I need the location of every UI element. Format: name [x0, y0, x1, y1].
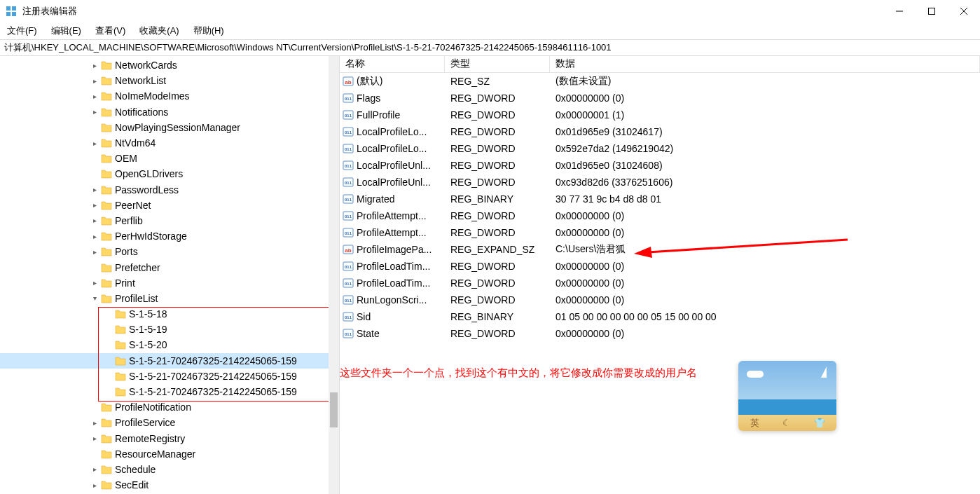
menu-view[interactable]: 查看(V)	[92, 23, 128, 39]
value-row[interactable]: 011SidREG_BINARY01 05 00 00 00 00 00 05 …	[340, 308, 980, 325]
value-row[interactable]: 011ProfileLoadTim...REG_DWORD0x00000000 …	[340, 258, 980, 275]
tree-item[interactable]: ▸Notifications	[0, 104, 339, 120]
expander-icon[interactable]: ▸	[90, 233, 99, 240]
tree-item[interactable]: S-1-5-18	[0, 306, 339, 322]
tree-item[interactable]: ResourceManager	[0, 446, 339, 462]
ime-indicator[interactable]: 英☾👕	[738, 361, 836, 431]
svg-text:011: 011	[345, 147, 352, 151]
values-pane[interactable]: 名称 类型 数据 ab(默认)REG_SZ(数值未设置)011FlagsREG_…	[340, 56, 980, 494]
value-row[interactable]: 011LocalProfileUnl...REG_DWORD0xc93d82d6…	[340, 174, 980, 191]
tree-item[interactable]: Prefetcher	[0, 259, 339, 275]
tree-item[interactable]: ▸NoImeModeImes	[0, 88, 339, 104]
value-name: Flags	[357, 92, 380, 104]
value-row[interactable]: abProfileImagePa...REG_EXPAND_SZC:\Users…	[340, 241, 980, 258]
column-type[interactable]: 类型	[445, 56, 550, 72]
svg-text:011: 011	[345, 198, 352, 202]
expander-icon[interactable]: ▸	[90, 186, 99, 193]
expander-icon[interactable]: ▸	[90, 465, 99, 473]
expander-icon[interactable]: ▸	[90, 92, 99, 100]
value-row[interactable]: ab(默认)REG_SZ(数值未设置)	[340, 73, 980, 90]
tree-item[interactable]: S-1-5-21-702467325-2142245065-159	[0, 353, 339, 369]
tree-item[interactable]: OpenGLDrivers	[0, 166, 339, 181]
tree-pane[interactable]: ▸NetworkCards▸NetworkList▸NoImeModeImes▸…	[0, 56, 340, 494]
tree-item[interactable]: ▸NetworkCards	[0, 57, 339, 73]
expander-icon[interactable]: ▸	[90, 201, 99, 209]
scrollbar-thumb[interactable]	[330, 392, 338, 427]
window-controls	[883, 0, 980, 22]
tree-item[interactable]: ▸Print	[0, 275, 339, 291]
tree-item[interactable]: ▸ProfileService	[0, 415, 339, 430]
expander-icon[interactable]: ▸	[90, 77, 99, 85]
value-row[interactable]: 011LocalProfileLo...REG_DWORD0x01d965e9 …	[340, 123, 980, 140]
tree-item[interactable]: ▸SecEdit	[0, 477, 339, 493]
address-bar[interactable]: 计算机\HKEY_LOCAL_MACHINE\SOFTWARE\Microsof…	[0, 39, 980, 56]
tree-item[interactable]: ▸Perflib	[0, 213, 339, 228]
tree-item[interactable]: NowPlayingSessionManager	[0, 120, 339, 135]
value-row[interactable]: 011LocalProfileLo...REG_DWORD0x592e7da2 …	[340, 140, 980, 157]
expander-icon[interactable]: ▸	[90, 139, 99, 147]
tree-item[interactable]: ▸PasswordLess	[0, 182, 339, 198]
value-data: 0x00000000 (0)	[550, 92, 980, 104]
tree-item[interactable]: OEM	[0, 151, 339, 166]
svg-text:011: 011	[345, 181, 352, 185]
tree-item[interactable]: ▸RemoteRegistry	[0, 431, 339, 446]
menu-help[interactable]: 帮助(H)	[191, 23, 227, 39]
menu-edit[interactable]: 编辑(E)	[48, 23, 84, 39]
tree-item[interactable]: ▸Schedule	[0, 462, 339, 477]
expander-icon[interactable]: ▸	[90, 217, 99, 224]
tree-item[interactable]: ▸Ports	[0, 244, 339, 259]
column-data[interactable]: 数据	[550, 56, 980, 72]
expander-icon[interactable]: ▸	[90, 279, 99, 287]
value-type: REG_DWORD	[445, 143, 550, 154]
tree-item-label: OEM	[115, 153, 137, 164]
expander-icon[interactable]: ▸	[90, 481, 99, 489]
value-row[interactable]: 011ProfileLoadTim...REG_DWORD0x00000000 …	[340, 275, 980, 291]
value-name: RunLogonScri...	[357, 294, 427, 306]
expander-icon[interactable]: ▸	[90, 62, 99, 69]
tree-item[interactable]: S-1-5-21-702467325-2142245065-159	[0, 384, 339, 399]
tree-item-label: S-1-5-18	[129, 308, 167, 320]
value-row[interactable]: 011StateREG_DWORD0x00000000 (0)	[340, 325, 980, 342]
tree-item-label: PeerNet	[115, 200, 151, 211]
value-row[interactable]: 011MigratedREG_BINARY30 77 31 9c b4 d8 d…	[340, 191, 980, 207]
tree-item[interactable]: S-1-5-20	[0, 337, 339, 352]
value-data: C:\Users\浩君狐	[550, 243, 980, 256]
expander-icon[interactable]: ▸	[90, 419, 99, 427]
vertical-scrollbar[interactable]	[329, 56, 339, 494]
menu-file[interactable]: 文件(F)	[4, 23, 40, 39]
value-row[interactable]: 011LocalProfileUnl...REG_DWORD0x01d965e0…	[340, 157, 980, 174]
tree-item[interactable]: ProfileNotification	[0, 399, 339, 415]
value-data: 30 77 31 9c b4 d8 d8 01	[550, 193, 980, 205]
value-type: REG_BINARY	[445, 193, 550, 205]
value-row[interactable]: 011FlagsREG_DWORD0x00000000 (0)	[340, 90, 980, 107]
menu-favorites[interactable]: 收藏夹(A)	[137, 23, 181, 39]
minimize-button[interactable]	[883, 0, 916, 22]
tree-item[interactable]: ▸NetworkList	[0, 73, 339, 88]
tree-item[interactable]: S-1-5-19	[0, 322, 339, 337]
tree-item[interactable]: ▸NtVdm64	[0, 135, 339, 151]
tree-item[interactable]: ▸PerHwIdStorage	[0, 228, 339, 244]
value-row[interactable]: 011RunLogonScri...REG_DWORD0x00000000 (0…	[340, 291, 980, 308]
tree-item[interactable]: ▸PeerNet	[0, 198, 339, 213]
tree-item[interactable]: S-1-5-21-702467325-2142245065-159	[0, 369, 339, 384]
value-data: (数值未设置)	[550, 75, 980, 88]
close-button[interactable]	[948, 0, 980, 22]
expander-icon[interactable]: ▾	[90, 294, 99, 302]
svg-text:011: 011	[345, 231, 352, 235]
expander-icon[interactable]: ▸	[90, 434, 99, 442]
expander-icon[interactable]: ▸	[90, 248, 99, 256]
value-type: REG_DWORD	[445, 227, 550, 238]
tree-item-label: Ports	[115, 246, 138, 257]
svg-rect-3	[12, 12, 16, 16]
value-row[interactable]: 011ProfileAttempt...REG_DWORD0x00000000 …	[340, 224, 980, 241]
column-name[interactable]: 名称	[340, 56, 445, 72]
expander-icon[interactable]: ▸	[90, 108, 99, 116]
value-row[interactable]: 011FullProfileREG_DWORD0x00000001 (1)	[340, 107, 980, 123]
maximize-button[interactable]	[916, 0, 948, 22]
svg-rect-1	[12, 6, 16, 11]
value-row[interactable]: 011ProfileAttempt...REG_DWORD0x00000000 …	[340, 207, 980, 224]
value-name: ProfileImagePa...	[357, 244, 432, 255]
svg-rect-2	[6, 12, 11, 16]
tree-item[interactable]: ▾ProfileList	[0, 291, 339, 306]
value-name: Sid	[357, 311, 371, 322]
